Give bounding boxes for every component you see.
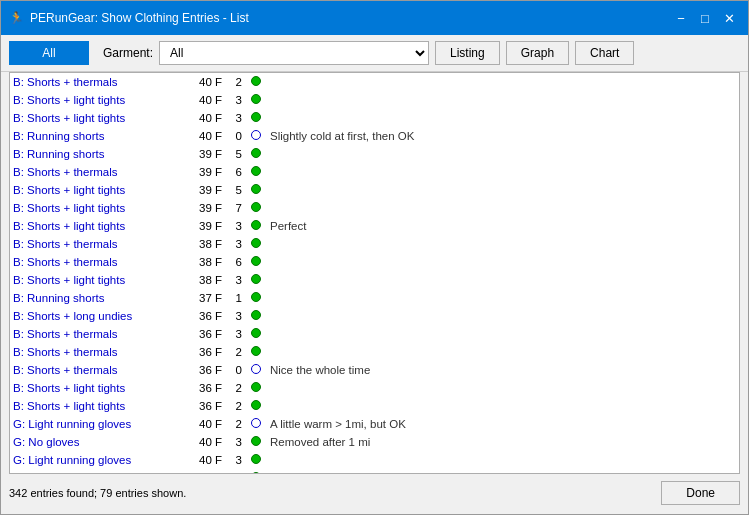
entry-num: 7 bbox=[225, 199, 245, 217]
entry-num: 6 bbox=[225, 253, 245, 271]
entry-num: 3 bbox=[225, 325, 245, 343]
entry-name: B: Shorts + light tights bbox=[10, 109, 180, 127]
table-row[interactable]: B: Shorts + thermals 36 F 0 Nice the who… bbox=[10, 361, 739, 379]
entry-temp: 40 F bbox=[180, 451, 225, 469]
table-row[interactable]: B: Shorts + light tights 38 F 3 bbox=[10, 271, 739, 289]
entry-name: G: Light running gloves bbox=[10, 415, 180, 433]
all-button[interactable]: All bbox=[9, 41, 89, 65]
dot-green-icon bbox=[251, 328, 261, 338]
entry-num: 2 bbox=[225, 343, 245, 361]
maximize-button[interactable]: □ bbox=[694, 7, 716, 29]
table-row[interactable]: B: Shorts + light tights 39 F 5 bbox=[10, 181, 739, 199]
table-row[interactable]: B: Shorts + light tights 40 F 3 bbox=[10, 109, 739, 127]
entry-note bbox=[267, 289, 739, 307]
entry-name: B: Running shorts bbox=[10, 127, 180, 145]
table-row[interactable]: B: Shorts + thermals 39 F 6 bbox=[10, 163, 739, 181]
entry-temp: 36 F bbox=[180, 325, 225, 343]
close-button[interactable]: ✕ bbox=[718, 7, 740, 29]
table-row[interactable]: B: Shorts + thermals 38 F 3 bbox=[10, 235, 739, 253]
entry-num: 5 bbox=[225, 181, 245, 199]
minimize-button[interactable]: − bbox=[670, 7, 692, 29]
dot-green-icon bbox=[251, 76, 261, 86]
entry-dot bbox=[245, 379, 267, 397]
entry-num: 3 bbox=[225, 235, 245, 253]
entry-name: B: Shorts + thermals bbox=[10, 73, 180, 91]
done-button[interactable]: Done bbox=[661, 481, 740, 505]
garment-label: Garment: bbox=[103, 46, 153, 60]
entry-name: B: Shorts + light tights bbox=[10, 271, 180, 289]
dot-green-icon bbox=[251, 400, 261, 410]
entry-dot bbox=[245, 109, 267, 127]
dot-green-icon bbox=[251, 112, 261, 122]
table-row[interactable]: G: No gloves 40 F 3 Removed after 1 mi bbox=[10, 433, 739, 451]
entry-name: B: Shorts + thermals bbox=[10, 325, 180, 343]
dot-green-icon bbox=[251, 184, 261, 194]
table-row[interactable]: B: Shorts + light tights 40 F 3 bbox=[10, 91, 739, 109]
listing-button[interactable]: Listing bbox=[435, 41, 500, 65]
entry-temp: 36 F bbox=[180, 343, 225, 361]
entry-note bbox=[267, 325, 739, 343]
dot-green-icon bbox=[251, 274, 261, 284]
entry-name: B: Shorts + thermals bbox=[10, 163, 180, 181]
table-row[interactable]: B: Shorts + light tights 36 F 2 bbox=[10, 397, 739, 415]
dot-green-icon bbox=[251, 436, 261, 446]
entry-note bbox=[267, 271, 739, 289]
entry-num: 3 bbox=[225, 271, 245, 289]
entry-dot bbox=[245, 91, 267, 109]
entry-dot bbox=[245, 199, 267, 217]
entry-note bbox=[267, 307, 739, 325]
table-row[interactable]: G: Light running gloves 40 F 2 bbox=[10, 469, 739, 473]
chart-button[interactable]: Chart bbox=[575, 41, 634, 65]
list-container: B: Shorts + thermals 40 F 2 B: Shorts + … bbox=[9, 72, 740, 474]
entries-table: B: Shorts + thermals 40 F 2 B: Shorts + … bbox=[10, 73, 739, 473]
entry-note bbox=[267, 253, 739, 271]
dot-green-icon bbox=[251, 166, 261, 176]
table-row[interactable]: B: Shorts + long undies 36 F 3 bbox=[10, 307, 739, 325]
dot-green-icon bbox=[251, 382, 261, 392]
entry-note bbox=[267, 145, 739, 163]
dot-green-icon bbox=[251, 472, 261, 473]
entry-num: 1 bbox=[225, 289, 245, 307]
entry-dot bbox=[245, 415, 267, 433]
entry-temp: 38 F bbox=[180, 253, 225, 271]
entry-note: Nice the whole time bbox=[267, 361, 739, 379]
table-row[interactable]: B: Shorts + light tights 39 F 3 Perfect bbox=[10, 217, 739, 235]
entry-dot bbox=[245, 433, 267, 451]
entry-note bbox=[267, 235, 739, 253]
entry-num: 2 bbox=[225, 73, 245, 91]
dot-green-icon bbox=[251, 454, 261, 464]
entry-num: 2 bbox=[225, 415, 245, 433]
entry-name: B: Shorts + light tights bbox=[10, 91, 180, 109]
entry-name: B: Shorts + long undies bbox=[10, 307, 180, 325]
entry-note bbox=[267, 91, 739, 109]
entry-dot bbox=[245, 469, 267, 473]
table-row[interactable]: B: Shorts + thermals 36 F 3 bbox=[10, 325, 739, 343]
list-scroll[interactable]: B: Shorts + thermals 40 F 2 B: Shorts + … bbox=[10, 73, 739, 473]
table-row[interactable]: G: Light running gloves 40 F 3 bbox=[10, 451, 739, 469]
dot-green-icon bbox=[251, 94, 261, 104]
entry-note: Slightly cold at first, then OK bbox=[267, 127, 739, 145]
entry-note bbox=[267, 397, 739, 415]
table-row[interactable]: B: Running shorts 39 F 5 bbox=[10, 145, 739, 163]
entry-num: 3 bbox=[225, 451, 245, 469]
entry-temp: 40 F bbox=[180, 415, 225, 433]
status-text: 342 entries found; 79 entries shown. bbox=[9, 487, 661, 499]
table-row[interactable]: B: Shorts + thermals 38 F 6 bbox=[10, 253, 739, 271]
entry-note bbox=[267, 163, 739, 181]
dot-green-icon bbox=[251, 202, 261, 212]
entry-dot bbox=[245, 73, 267, 91]
entry-temp: 40 F bbox=[180, 469, 225, 473]
entry-temp: 39 F bbox=[180, 163, 225, 181]
table-row[interactable]: B: Running shorts 37 F 1 bbox=[10, 289, 739, 307]
graph-button[interactable]: Graph bbox=[506, 41, 569, 65]
entry-name: G: No gloves bbox=[10, 433, 180, 451]
table-row[interactable]: B: Running shorts 40 F 0 Slightly cold a… bbox=[10, 127, 739, 145]
garment-select[interactable]: All bbox=[159, 41, 429, 65]
table-row[interactable]: B: Shorts + thermals 40 F 2 bbox=[10, 73, 739, 91]
table-row[interactable]: G: Light running gloves 40 F 2 A little … bbox=[10, 415, 739, 433]
table-row[interactable]: B: Shorts + thermals 36 F 2 bbox=[10, 343, 739, 361]
table-row[interactable]: B: Shorts + light tights 36 F 2 bbox=[10, 379, 739, 397]
entry-temp: 36 F bbox=[180, 361, 225, 379]
table-row[interactable]: B: Shorts + light tights 39 F 7 bbox=[10, 199, 739, 217]
dot-green-icon bbox=[251, 346, 261, 356]
